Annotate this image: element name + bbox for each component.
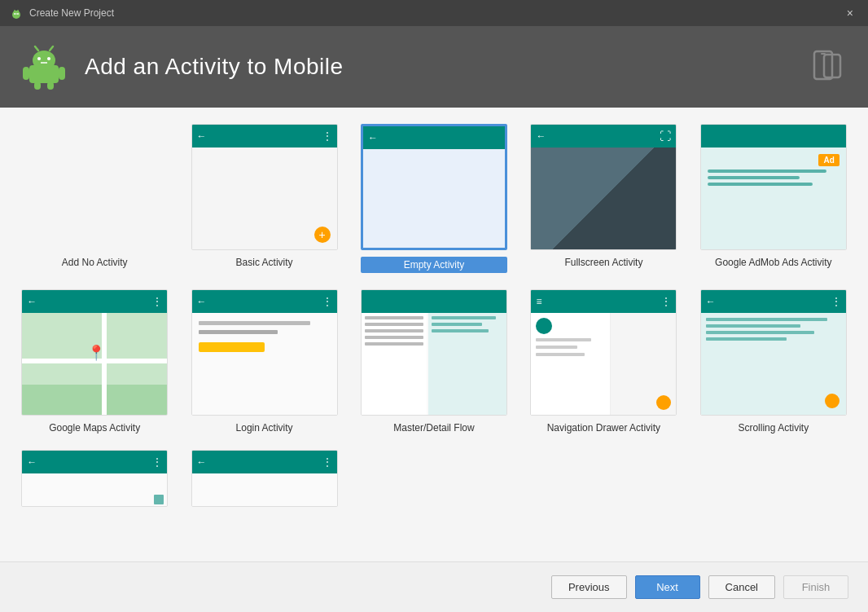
basic-fab: + [314,227,331,243]
nav-drawer-avatar [536,318,552,334]
fullscreen-expand-icon: ⛶ [660,130,671,143]
list-item-1 [365,316,423,319]
partial-thumb2: ← ⋮ [191,450,338,507]
partial1-element [154,495,164,504]
partial-top2: ← ⋮ [192,451,337,473]
admob-label: Google AdMob Ads Activity [715,257,831,268]
login-back-icon: ← [197,296,207,307]
svg-line-13 [35,46,38,51]
login-more-icon: ⋮ [322,296,332,307]
activity-item-navdrawer[interactable]: ≡ ⋮ Navigat [525,289,682,434]
svg-rect-15 [23,67,29,80]
login-field2 [199,330,278,334]
activity-item-basic[interactable]: ← ⋮ + Basic Activity [186,124,342,273]
admob-body: Ad [701,147,846,249]
empty-activity-label: Empty Activity [361,257,507,273]
svg-point-7 [14,10,15,11]
masterdetail-activity-thumb [361,289,507,416]
fullscreen-body [531,147,676,249]
fullscreen-activity-thumb: ← ⛶ [530,124,677,250]
partial-body2 [192,473,337,507]
empty-activity-thumb: ← [361,124,507,250]
activity-item-login[interactable]: ← ⋮ Login Activity [186,289,342,434]
activity-item-no-activity[interactable]: Add No Activity [16,124,173,273]
scrolling-top-bar: ← ⋮ [701,290,846,313]
next-button[interactable]: Next [635,575,700,599]
basic-activity-thumb: ← ⋮ + [191,124,338,250]
maps-marker: 📍 [87,344,105,362]
admob-activity-thumb: Ad [700,124,847,250]
finish-button[interactable]: Finish [783,575,848,599]
nav-item-1 [536,338,591,341]
masterdetail-label: Master/Detail Flow [393,422,474,434]
basic-activity-label: Basic Activity [236,257,293,268]
maps-top-bar: ← ⋮ [22,290,167,313]
login-activity-thumb: ← ⋮ [191,289,338,416]
activity-item-partial2[interactable]: ← ⋮ [186,450,342,507]
no-activity-label: Add No Activity [62,257,128,268]
navdrawer-activity-thumb: ≡ ⋮ [530,289,677,416]
activity-item-partial1[interactable]: ← ⋮ [16,450,173,507]
admob-top-bar [701,125,846,147]
partial-top1: ← ⋮ [22,451,167,473]
login-body [192,313,337,415]
nav-item-2 [536,346,577,349]
content-area: Add No Activity ← ⋮ + Basic Activity [0,108,868,561]
scroll-line2 [706,324,800,328]
scrolling-activity-thumb: ← ⋮ [700,289,847,416]
scroll-line1 [706,318,827,321]
svg-point-10 [33,51,55,70]
activity-item-empty[interactable]: ← Empty Activity [356,124,512,273]
device-icon [813,50,848,84]
fullscreen-label: Fullscreen Activity [564,257,642,268]
svg-point-8 [17,10,19,11]
empty-body [363,149,505,248]
detail-line2 [432,323,482,326]
partial1-more-icon: ⋮ [152,456,162,468]
back-arrow-icon: ← [197,130,207,142]
detail-line1 [432,316,496,319]
nav-drawer-panel [531,313,611,415]
scroll-line3 [706,331,814,334]
activity-item-fullscreen[interactable]: ← ⛶ Fullscreen Activity [525,124,682,273]
activity-item-scrolling[interactable]: ← ⋮ Scrolling Activity [695,289,852,434]
masterdetail-detail [428,313,506,415]
activity-item-admob[interactable]: Ad Google AdMob Ads Activity [695,124,852,273]
masterdetail-top-bar [362,290,506,313]
admob-line1 [708,170,826,173]
login-btn [199,342,265,352]
close-button[interactable]: × [842,5,858,21]
partial-body1 [22,473,167,507]
login-field1 [199,321,311,325]
activities-grid: Add No Activity ← ⋮ + Basic Activity [16,124,852,507]
nav-item-3 [536,353,584,356]
fullscreen-top-bar: ← ⛶ [531,125,676,147]
navdrawer-fab [656,395,671,410]
app-icon [10,7,23,20]
activity-item-masterdetail[interactable]: Master/Detail Flow [356,289,512,434]
maps-road-v [102,313,107,415]
basic-body: + [192,147,337,249]
cancel-button[interactable]: Cancel [708,575,775,599]
title-bar-text: Create New Project [29,7,114,19]
list-item-5 [365,342,423,346]
previous-button[interactable]: Previous [551,575,627,599]
svg-line-14 [50,46,53,51]
scroll-line4 [706,337,787,341]
admob-badge: Ad [818,154,839,166]
activity-item-maps[interactable]: ← ⋮ 📍 Google Maps Activity [16,289,173,434]
header: Add an Activity to Mobile [0,26,868,108]
navdrawer-label: Navigation Drawer Activity [547,422,660,434]
title-bar-left: Create New Project [10,7,114,20]
maps-body: 📍 [22,313,167,415]
list-item-4 [365,336,423,339]
maps-back-icon: ← [27,296,37,307]
login-top-bar: ← ⋮ [192,290,337,313]
admob-line3 [708,183,813,186]
partial-thumb1: ← ⋮ [21,450,168,507]
maps-activity-thumb: ← ⋮ 📍 [21,289,168,416]
svg-point-12 [47,57,50,60]
scrolling-body [701,313,846,415]
header-title: Add an Activity to Mobile [85,54,344,80]
scrolling-fab [825,394,840,408]
